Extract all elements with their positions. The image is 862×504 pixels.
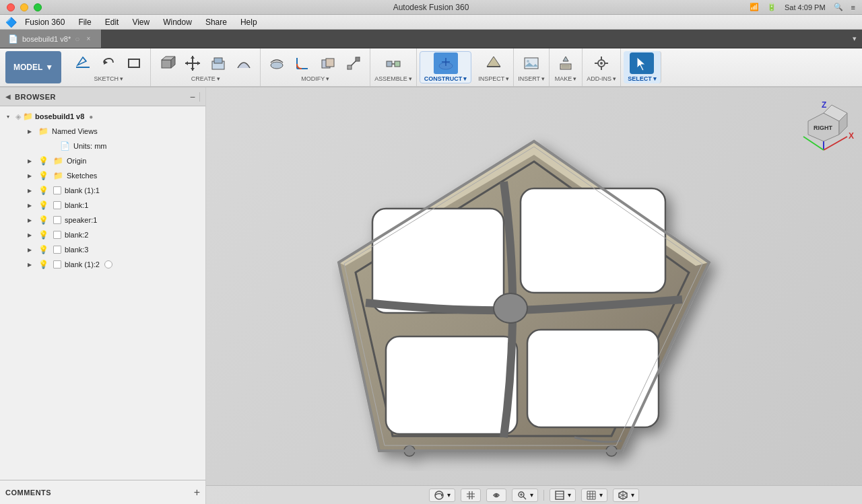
tab-overflow-button[interactable]: ▾ <box>847 30 862 48</box>
blank2-checkbox[interactable] <box>53 231 61 239</box>
tab-close-button[interactable]: × <box>84 34 93 44</box>
model-mode-button[interactable]: MODEL ▼ <box>5 51 61 83</box>
sketch-rect-button[interactable] <box>122 52 146 74</box>
minimize-button[interactable] <box>20 3 28 11</box>
blank1-checkbox[interactable] <box>53 201 61 209</box>
units-doc-icon: 📄 <box>60 141 70 151</box>
blank1-1-checkbox[interactable] <box>53 186 61 194</box>
toolbar-group-select[interactable]: SELECT ▾ <box>624 51 661 83</box>
inspect-measure-button[interactable] <box>482 52 506 74</box>
toolbar-group-insert[interactable]: INSERT ▾ <box>514 48 550 86</box>
create-push-button[interactable] <box>206 52 230 74</box>
create-box-button[interactable] <box>155 52 179 74</box>
move-icon <box>183 54 202 73</box>
tree-units[interactable]: 📄 Units: mm <box>22 139 205 153</box>
display-mode-button[interactable]: ▾ <box>550 489 576 502</box>
blank2-eye: 💡 <box>38 230 48 240</box>
scale-icon <box>344 54 363 73</box>
tree-named-views[interactable]: ▶ 📁 Named Views <box>11 124 205 139</box>
tree-blank3[interactable]: ▶ 💡 blank:3 <box>11 242 205 257</box>
toolbar-group-assemble[interactable]: ASSEMBLE ▾ <box>370 48 417 86</box>
zoom-button[interactable]: ▾ <box>512 489 538 502</box>
menu-file[interactable]: File <box>73 16 96 28</box>
tree-speaker1[interactable]: ▶ 💡 speaker:1 <box>11 213 205 227</box>
make-icon <box>556 54 575 73</box>
tree-blank1-1[interactable]: ▶ 💡 blank (1):1 <box>11 183 205 198</box>
browser-collapse-button[interactable]: ◀ <box>5 93 11 100</box>
tree-blank1[interactable]: ▶ 💡 blank:1 <box>11 198 205 213</box>
menu-help[interactable]: Help <box>235 16 263 28</box>
create-sweep-button[interactable] <box>232 52 256 74</box>
sketches-folder-icon: 📁 <box>53 171 63 180</box>
origin-label: Origin <box>67 157 86 165</box>
view-cube-button[interactable]: ▾ <box>613 489 639 502</box>
blank3-checkbox[interactable] <box>53 246 61 254</box>
blank3-eye: 💡 <box>38 245 48 254</box>
modify-fillet-button[interactable] <box>290 52 314 74</box>
model-svg <box>332 121 736 471</box>
3d-viewport[interactable]: Z X RIGHT <box>206 87 862 504</box>
speaker1-eye: 💡 <box>38 215 48 225</box>
toolbar-group-construct[interactable]: CONSTRUCT ▾ <box>420 51 472 83</box>
speaker1-checkbox[interactable] <box>53 216 61 224</box>
modify-press-button[interactable] <box>265 52 289 74</box>
select-cursor-button[interactable] <box>630 52 654 74</box>
tree-root[interactable]: ▾ ◈ 📁 bosebuild1 v8 ● <box>0 109 205 124</box>
browser-minus-button[interactable]: − <box>190 92 195 102</box>
blank1-2-eye: 💡 <box>38 260 48 269</box>
inspect-buttons <box>482 52 506 74</box>
toolbar-group-create[interactable]: CREATE ▾ <box>151 48 261 86</box>
toolbar-group-inspect[interactable]: INSPECT ▾ <box>474 48 514 86</box>
addins-group-label: ADD-INS ▾ <box>587 75 616 82</box>
modify-buttons <box>265 52 366 74</box>
insert-group-label: INSERT ▾ <box>518 75 545 82</box>
tree-blank2[interactable]: ▶ 💡 blank:2 <box>11 227 205 242</box>
grid-button[interactable]: ▾ <box>581 489 607 502</box>
construct-icon <box>436 54 455 73</box>
pan-button[interactable] <box>461 489 481 502</box>
construct-plane-button[interactable] <box>434 52 458 74</box>
menu-share[interactable]: Share <box>200 16 232 28</box>
sketch-undo-button[interactable] <box>96 52 121 74</box>
display-mode-arrow: ▾ <box>568 491 571 499</box>
make-3d-button[interactable] <box>554 52 578 74</box>
toolbar-group-sketch[interactable]: SKETCH ▾ <box>67 48 151 86</box>
modify-scale-button[interactable] <box>341 52 366 74</box>
svg-marker-10 <box>191 68 195 71</box>
close-button[interactable] <box>7 3 15 11</box>
insert-image-button[interactable] <box>519 52 543 74</box>
menu-fusion360[interactable]: Fusion 360 <box>20 16 70 28</box>
toolbar-group-addins[interactable]: ADD-INS ▾ <box>583 48 621 86</box>
create-move-button[interactable] <box>180 52 205 74</box>
browser-divider <box>199 92 200 102</box>
menu-edit[interactable]: Edit <box>100 16 125 28</box>
sketches-label: Sketches <box>67 172 97 180</box>
toolbar-group-modify[interactable]: MODIFY ▾ <box>261 48 370 86</box>
pan-icon <box>465 490 476 501</box>
tab-doc-icon: 📄 <box>8 34 18 44</box>
zoom-arrow: ▾ <box>530 491 533 499</box>
blank1-2-checkbox[interactable] <box>53 260 61 268</box>
orbit-button[interactable]: ▾ <box>429 489 455 502</box>
sketch-create-button[interactable] <box>71 52 95 74</box>
search-icon[interactable]: 🔍 <box>834 3 843 11</box>
maximize-button[interactable] <box>34 3 42 11</box>
look-button[interactable] <box>486 489 506 502</box>
assemble-new-button[interactable] <box>381 52 405 74</box>
modify-combine-button[interactable] <box>316 52 340 74</box>
make-group-label: MAKE ▾ <box>555 75 577 82</box>
document-tab[interactable]: 📄 bosebuild1 v8* ○ × <box>0 30 102 48</box>
tree-blank1-2[interactable]: ▶ 💡 blank (1):2 <box>11 257 205 272</box>
blank1-eye: 💡 <box>38 201 48 210</box>
sidebar: ◀ BROWSER − ▾ ◈ 📁 bosebuild1 v8 ● <box>0 87 206 504</box>
menu-view[interactable]: View <box>127 16 155 28</box>
construct-buttons <box>434 52 458 74</box>
addins-manage-button[interactable] <box>589 52 614 74</box>
tree-sketches[interactable]: ▶ 💡 📁 Sketches <box>11 168 205 183</box>
menu-icon[interactable]: ≡ <box>851 3 855 11</box>
svg-rect-0 <box>76 67 90 68</box>
tree-origin[interactable]: ▶ 💡 📁 Origin <box>11 153 205 168</box>
menu-window[interactable]: Window <box>158 16 197 28</box>
toolbar-group-make[interactable]: MAKE ▾ <box>550 48 583 86</box>
comments-add-button[interactable]: + <box>194 487 200 499</box>
